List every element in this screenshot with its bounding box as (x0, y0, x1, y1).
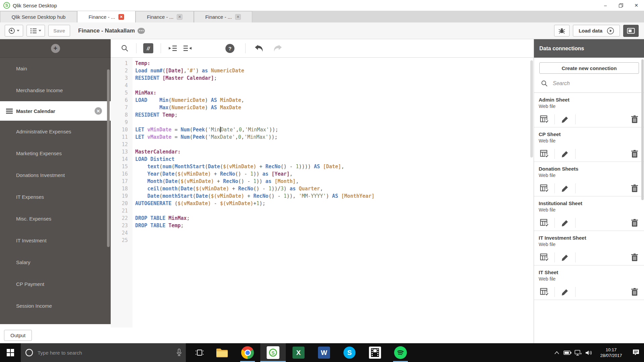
sidebar-item-it-investment[interactable]: IT Investment (0, 230, 111, 251)
code-line[interactable]: 21 (111, 207, 534, 215)
spotify-button[interactable] (388, 343, 413, 362)
select-data-button[interactable] (534, 287, 555, 297)
excel-button[interactable]: X (286, 343, 311, 362)
sidebar-item-main[interactable]: Main (0, 58, 111, 79)
minimize-button[interactable]: – (598, 0, 613, 11)
outdent-button[interactable] (183, 45, 192, 52)
code-line[interactable]: 11LET vMaxDate = Num(Peek('MaxDate',0,'M… (111, 133, 534, 141)
film-tv-button[interactable] (362, 343, 388, 362)
close-button[interactable]: ✕ (629, 0, 644, 11)
navigation-menu-button[interactable] (5, 25, 23, 37)
code-line[interactable]: 2Load num#([Date],'#') as NumericDate (111, 67, 534, 74)
output-button[interactable]: Output (4, 330, 32, 341)
code-line[interactable]: 20AUTOGENERATE ($(vMaxDate) - $(vMinDate… (111, 200, 534, 207)
code-line[interactable]: 15 text(num(MonthStart(Date($(vMinDate) … (111, 163, 534, 170)
delete-connection-button[interactable] (625, 287, 644, 297)
code-line[interactable]: 6LOAD Min(NumericDate) AS MinDate, (111, 97, 534, 104)
select-data-button[interactable] (534, 252, 555, 262)
select-data-button[interactable] (534, 149, 555, 159)
undo-button[interactable] (254, 44, 264, 52)
file-explorer-button[interactable] (209, 343, 235, 362)
task-view-button[interactable] (190, 343, 209, 362)
code-line[interactable]: 3RESIDENT [Master Calendar]; (111, 74, 534, 82)
start-button[interactable] (0, 343, 21, 362)
code-line[interactable]: 18 ceil(month(Date($(vMinDate) + RecNo()… (111, 185, 534, 192)
code-line[interactable]: 5MinMax: (111, 89, 534, 97)
tab-close-icon[interactable]: ✕ (235, 14, 241, 20)
connection-search[interactable]: Search (534, 74, 644, 93)
redo-button[interactable] (273, 44, 282, 52)
edit-connection-button[interactable] (555, 114, 576, 124)
tab-hub[interactable]: Qlik Sense Desktop hub (0, 11, 77, 22)
debug-button[interactable] (554, 25, 570, 37)
sidebar-scrollbar[interactable] (107, 69, 110, 247)
tab-close-icon[interactable]: ✕ (118, 14, 124, 20)
action-center-button[interactable] (628, 349, 644, 356)
create-connection-button[interactable]: Create new connection (539, 62, 639, 74)
sidebar-item-it-expenses[interactable]: IT Expenses (0, 186, 111, 208)
qlik-sense-button[interactable]: S (260, 343, 286, 362)
search-button[interactable] (121, 44, 129, 52)
code-line[interactable]: 14LOAD Distinct (111, 156, 534, 163)
code-line[interactable]: 19 Date(monthStart(Date($(vMinDate) + Re… (111, 192, 534, 200)
microphone-icon[interactable] (176, 349, 182, 357)
comment-toggle-button[interactable]: // (143, 43, 153, 53)
delete-connection-button[interactable] (625, 252, 644, 262)
restore-button[interactable] (613, 0, 629, 11)
sidebar-item-cp-payment[interactable]: CP Payment (0, 273, 111, 295)
tray-expand-button[interactable] (551, 351, 562, 354)
code-line[interactable]: 7 Max(NumericDate) AS MaxDate (111, 104, 534, 111)
drag-handle-icon[interactable] (6, 109, 13, 114)
sidebar-item-donations-investment[interactable]: Donations Investment (0, 164, 111, 186)
edit-connection-button[interactable] (555, 218, 576, 228)
sidebar-item-master-calendar[interactable]: Master Calendar✕ (0, 101, 111, 121)
tab-finance-1[interactable]: Finance - ...✕ (77, 11, 136, 22)
help-button[interactable]: ? (225, 44, 234, 53)
delete-connection-button[interactable] (625, 218, 644, 228)
code-line[interactable]: 22DROP TABLE MinMax; (111, 215, 534, 222)
word-button[interactable]: W (311, 343, 337, 362)
taskbar-clock[interactable]: 10:17 28/07/2017 (594, 347, 628, 358)
select-data-button[interactable] (534, 218, 555, 228)
tab-finance-3[interactable]: Finance - ...✕ (194, 11, 252, 22)
code-line[interactable]: 13MasterCalendar: (111, 148, 534, 156)
tab-finance-2[interactable]: Finance - ...✕ (136, 11, 194, 22)
code-line[interactable]: 16 Year(Date($(vMinDate) + RecNo() - 1))… (111, 170, 534, 178)
sidebar-item-session-income[interactable]: Session Income (0, 295, 111, 317)
sidebar-item-salary[interactable]: Salary (0, 251, 111, 273)
connections-scrollbar[interactable] (641, 59, 644, 200)
code-line[interactable]: 4 (111, 82, 534, 89)
volume-status[interactable] (584, 350, 594, 356)
edit-connection-button[interactable] (555, 287, 576, 297)
sections-menu-button[interactable] (26, 25, 45, 37)
add-section-button[interactable]: + (51, 44, 60, 53)
code-line[interactable]: 25 (111, 237, 534, 244)
code-area[interactable]: 1Temp:2Load num#([Date],'#') as NumericD… (111, 58, 534, 327)
code-line[interactable]: 1Temp: (111, 60, 534, 67)
code-line[interactable]: 9 (111, 119, 534, 126)
toggle-right-panel-button[interactable] (623, 25, 639, 37)
load-data-button[interactable]: Load data (573, 25, 620, 37)
edit-connection-button[interactable] (555, 149, 576, 159)
chrome-button[interactable] (235, 343, 260, 362)
sidebar-item-misc-expenses[interactable]: Misc. Expenses (0, 208, 111, 230)
select-data-button[interactable] (534, 114, 555, 124)
save-button[interactable]: Save (48, 25, 70, 37)
indent-button[interactable] (168, 45, 177, 52)
comment-bubble-icon[interactable] (138, 28, 145, 34)
code-line[interactable]: 10LET vMinDate = Num(Peek('MinDate',0,'M… (111, 126, 534, 133)
sidebar-item-marketing-expenses[interactable]: Marketing Expenses (0, 142, 111, 164)
code-line[interactable]: 8RESIDENT Temp; (111, 111, 534, 119)
select-data-button[interactable] (534, 183, 555, 193)
tab-close-icon[interactable]: ✕ (177, 14, 182, 20)
code-line[interactable]: 12 (111, 141, 534, 148)
edit-connection-button[interactable] (555, 183, 576, 193)
delete-section-icon[interactable]: ✕ (95, 107, 102, 115)
code-line[interactable]: 23DROP TABLE Temp; (111, 222, 534, 229)
network-status[interactable] (573, 350, 584, 356)
sidebar-item-merchandise-income[interactable]: Merchandise Income (0, 79, 111, 101)
taskbar-search-box[interactable]: Type here to search (21, 343, 186, 362)
battery-status[interactable] (562, 351, 573, 355)
edit-connection-button[interactable] (555, 252, 576, 262)
code-line[interactable]: 17 Month(Date($(vMinDate) + RecNo() - 1)… (111, 178, 534, 185)
